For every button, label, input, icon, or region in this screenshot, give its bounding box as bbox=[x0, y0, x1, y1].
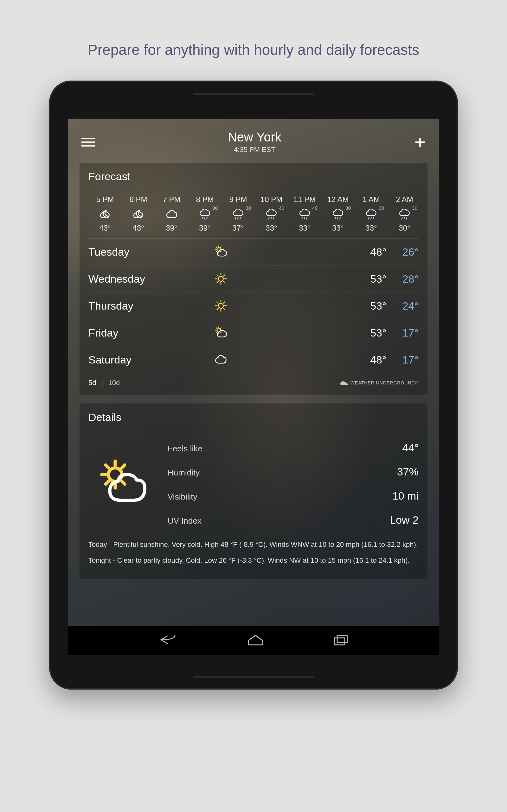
svg-line-18 bbox=[401, 217, 402, 219]
day-name: Friday bbox=[89, 327, 214, 339]
range-5d[interactable]: 5d bbox=[89, 379, 96, 387]
partly-cloudy-night-icon bbox=[122, 206, 155, 222]
daily-row[interactable]: Saturday 48° 17° bbox=[89, 346, 418, 373]
location-time: 4:35 PM EST bbox=[95, 146, 414, 154]
hour-temp: 33° bbox=[255, 223, 288, 233]
hourly-item[interactable]: 9 PM 30 37° bbox=[222, 195, 255, 233]
tonight-narrative: Tonight - Clear to partly cloudy. Cold. … bbox=[89, 555, 418, 565]
hour-temp: 43° bbox=[122, 223, 155, 233]
svg-line-5 bbox=[240, 217, 240, 219]
rain-icon: 30 bbox=[222, 206, 255, 222]
svg-line-38 bbox=[224, 275, 225, 276]
svg-rect-66 bbox=[335, 638, 345, 645]
today-narrative: Today - Plentiful sunshine. Very cold. H… bbox=[89, 540, 418, 550]
svg-line-41 bbox=[224, 309, 225, 310]
svg-line-15 bbox=[368, 217, 369, 219]
cloudy-icon bbox=[155, 206, 188, 222]
rain-icon: 30 bbox=[388, 206, 418, 222]
detail-label: UV Index bbox=[168, 516, 202, 526]
hourly-item[interactable]: 12 AM 30 33° bbox=[321, 195, 354, 233]
rain-icon: 30 bbox=[188, 206, 222, 222]
hour-time: 9 PM bbox=[222, 195, 255, 204]
forecast-range-toggle[interactable]: 5d | 10d bbox=[89, 379, 120, 387]
hour-temp: 30° bbox=[388, 223, 418, 233]
svg-line-2 bbox=[207, 217, 207, 219]
hourly-item[interactable]: 6 PM 43° bbox=[122, 195, 155, 233]
daily-row[interactable]: Wednesday 53° 28° bbox=[89, 265, 418, 293]
app-header: New York 4:35 PM EST + bbox=[79, 130, 428, 163]
forecast-footer: 5d | 10d WEATHER UNDERGROUND® bbox=[89, 373, 418, 387]
day-high: 48° bbox=[370, 354, 386, 366]
day-high: 53° bbox=[370, 273, 386, 285]
hourly-item[interactable]: 1 AM 30 33° bbox=[354, 195, 388, 233]
hourly-item[interactable]: 7 PM 39° bbox=[155, 195, 188, 233]
sunny-icon bbox=[214, 272, 253, 286]
svg-line-34 bbox=[217, 282, 218, 283]
svg-line-12 bbox=[335, 217, 336, 219]
menu-button[interactable] bbox=[81, 138, 95, 147]
range-10d[interactable]: 10d bbox=[108, 379, 120, 387]
hourly-item[interactable]: 5 PM 43° bbox=[89, 195, 122, 233]
recent-apps-button[interactable] bbox=[333, 634, 349, 647]
svg-line-0 bbox=[202, 217, 203, 219]
hourly-item[interactable]: 11 PM 40 33° bbox=[288, 195, 321, 233]
hour-temp: 33° bbox=[288, 223, 321, 233]
tablet-device-frame: New York 4:35 PM EST + Forecast 5 PM 43°… bbox=[49, 81, 458, 690]
daily-row[interactable]: Thursday 53° 24° bbox=[89, 293, 418, 319]
detail-value: 10 mi bbox=[392, 490, 418, 502]
svg-line-11 bbox=[306, 217, 307, 219]
svg-line-54 bbox=[216, 328, 217, 328]
svg-line-1 bbox=[204, 217, 205, 219]
data-attribution: WEATHER UNDERGROUND® bbox=[340, 380, 418, 386]
hourly-item[interactable]: 2 AM 30 30° bbox=[388, 195, 418, 233]
svg-line-50 bbox=[221, 332, 221, 333]
day-low: 26° bbox=[402, 246, 418, 258]
location-header[interactable]: New York 4:35 PM EST bbox=[95, 130, 414, 154]
hour-time: 12 AM bbox=[321, 195, 354, 204]
marketing-tagline: Prepare for anything with hourly and dai… bbox=[88, 41, 419, 58]
hourly-item[interactable]: 10 PM 40 33° bbox=[255, 195, 288, 233]
svg-line-63 bbox=[106, 465, 108, 468]
detail-value: 44° bbox=[402, 442, 418, 454]
svg-line-43 bbox=[217, 309, 218, 310]
svg-line-61 bbox=[106, 481, 108, 484]
detail-row: Feels like 44° bbox=[168, 436, 418, 460]
precip-chance: 40 bbox=[279, 205, 284, 211]
partly-cloudy-night-icon bbox=[89, 206, 122, 222]
day-low: 17° bbox=[402, 354, 418, 366]
hourly-item[interactable]: 8 PM 30 39° bbox=[188, 195, 222, 233]
hour-temp: 39° bbox=[155, 223, 188, 233]
detail-row: Humidity 37% bbox=[168, 460, 418, 484]
svg-line-19 bbox=[404, 217, 404, 219]
svg-line-14 bbox=[340, 217, 340, 219]
daily-row[interactable]: Friday 53° 17° bbox=[89, 319, 418, 346]
back-button[interactable] bbox=[158, 634, 177, 647]
svg-line-9 bbox=[302, 217, 302, 219]
daily-row[interactable]: Tuesday 48° 26° bbox=[89, 239, 418, 265]
hour-time: 2 AM bbox=[388, 195, 418, 204]
hour-time: 8 PM bbox=[188, 195, 222, 204]
svg-line-23 bbox=[221, 251, 221, 252]
detail-label: Visibility bbox=[168, 492, 197, 502]
add-location-button[interactable]: + bbox=[414, 137, 426, 147]
svg-line-13 bbox=[337, 217, 338, 219]
daily-forecast-list: Tuesday 48° 26° Wednesday 53° 28° Thursd… bbox=[89, 239, 418, 373]
precip-chance: 30 bbox=[412, 205, 417, 211]
sunny-icon bbox=[214, 299, 253, 313]
hour-temp: 43° bbox=[89, 223, 122, 233]
hour-time: 10 PM bbox=[255, 195, 288, 204]
svg-line-47 bbox=[224, 302, 225, 303]
hourly-forecast-strip[interactable]: 5 PM 43° 6 PM 43° 7 PM 39° 8 PM bbox=[89, 195, 418, 239]
home-button[interactable] bbox=[247, 634, 264, 647]
partly-cloudy-day-icon bbox=[214, 245, 253, 259]
details-card: Details Feels like 44°Humidity 37%Visibi… bbox=[79, 403, 428, 579]
svg-rect-67 bbox=[337, 635, 347, 642]
svg-line-65 bbox=[122, 465, 125, 468]
hour-temp: 33° bbox=[321, 223, 354, 233]
app-screen: New York 4:35 PM EST + Forecast 5 PM 43°… bbox=[68, 119, 439, 655]
svg-line-59 bbox=[122, 481, 125, 484]
hour-temp: 39° bbox=[188, 223, 222, 233]
svg-line-32 bbox=[224, 282, 225, 283]
android-nav-bar bbox=[68, 626, 439, 655]
forecast-title: Forecast bbox=[89, 170, 418, 189]
